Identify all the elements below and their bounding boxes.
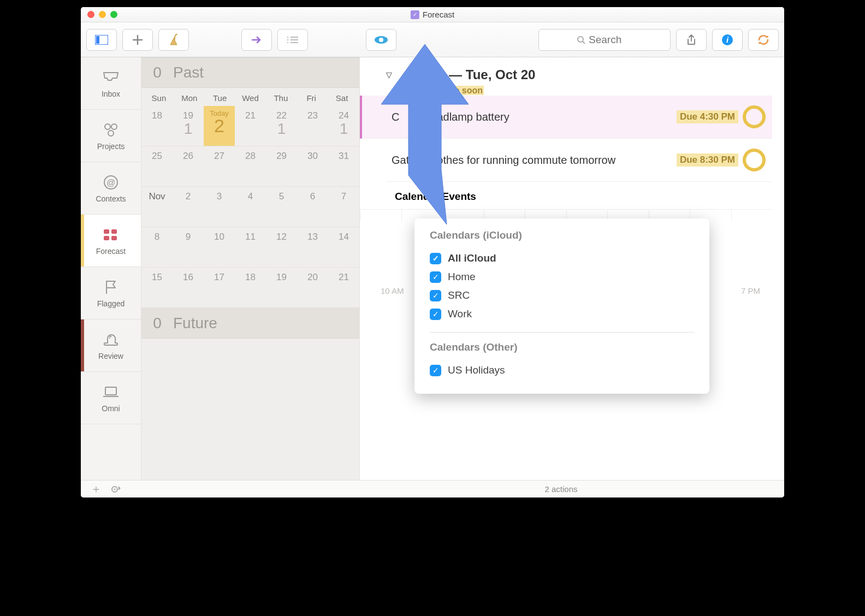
due-badge: Due 4:30 PM [677, 110, 738, 123]
sidebar-label: Flagged [97, 299, 125, 308]
past-label: Past [173, 64, 204, 81]
broom-icon [168, 34, 180, 46]
task-title: Gathxx clothes for running commute tomor… [392, 154, 677, 167]
checkbox-icon: ✓ [430, 271, 441, 283]
list-view-button[interactable] [277, 29, 308, 51]
day-cell[interactable]: 4 [235, 187, 266, 227]
day-cell[interactable]: 241 [328, 106, 359, 146]
day-cell[interactable]: 7 [328, 187, 359, 227]
sidebar-item-projects[interactable]: Projects [81, 110, 141, 162]
future-label: Future [173, 315, 217, 332]
future-row[interactable]: 0 Future [141, 308, 359, 339]
gear-menu-button[interactable] [110, 485, 122, 494]
sidebar-item-review[interactable]: Review [81, 319, 141, 372]
day-cell[interactable]: 16 [173, 268, 204, 308]
day-cell[interactable]: 221 [266, 106, 297, 146]
day-cell[interactable]: 18 [141, 106, 173, 146]
plus-icon [132, 34, 143, 45]
day-cell[interactable]: 21 [235, 106, 266, 146]
sidebar-item-inbox[interactable]: Inbox [81, 57, 141, 110]
app-icon: ✓ [411, 10, 419, 19]
day-cell[interactable]: 3 [204, 187, 235, 227]
inbox-icon [102, 69, 120, 86]
svg-rect-23 [111, 236, 117, 240]
calendar-checkbox-row[interactable]: ✓Work [430, 305, 694, 323]
task-checkbox[interactable] [743, 105, 766, 128]
disclosure-triangle-icon[interactable]: ▽ [386, 70, 392, 79]
task-checkbox[interactable] [743, 149, 766, 171]
add-perspective-button[interactable]: ＋ [91, 482, 102, 496]
view-options-button[interactable] [366, 29, 396, 51]
share-button[interactable] [676, 29, 707, 51]
minimize-window-button[interactable] [99, 11, 106, 18]
calendar-picker-popover: Calendars (iCloud) ✓All iCloud ✓Home ✓SR… [414, 218, 709, 394]
task-row[interactable]: Cxxxe headlamp battery Due 4:30 PM [360, 96, 772, 139]
calendar-checkbox-row[interactable]: ✓Home [430, 268, 694, 286]
forecast-icon [103, 226, 119, 244]
calendar-checkbox-row[interactable]: ✓US Holidays [430, 361, 694, 380]
day-cell[interactable]: 25 [141, 146, 173, 187]
close-window-button[interactable] [87, 11, 94, 18]
day-cell[interactable]: 12 [266, 227, 297, 268]
projects-icon [103, 121, 119, 139]
toggle-sidebar-button[interactable] [86, 29, 117, 51]
sidebar-label: Projects [97, 142, 125, 151]
day-cell[interactable]: 10 [204, 227, 235, 268]
sidebar-label: Review [98, 352, 123, 360]
status-text: 2 actions [360, 484, 762, 494]
day-cell[interactable]: 31 [328, 146, 359, 187]
sidebar-item-contexts[interactable]: @ Contexts [81, 162, 141, 215]
sync-button[interactable] [748, 29, 779, 51]
day-cell-today[interactable]: Today2 [204, 106, 235, 146]
past-count: 0 [141, 64, 173, 81]
past-row[interactable]: 0 Past [141, 57, 359, 88]
calendar-checkbox-row[interactable]: ✓All iCloud [430, 249, 694, 268]
sidebar-icon [95, 35, 108, 45]
day-cell[interactable]: 15 [141, 268, 173, 308]
day-cell[interactable]: 11 [235, 227, 266, 268]
sidebar-item-omni[interactable]: Omni [81, 372, 141, 424]
day-cell[interactable]: 8 [141, 227, 173, 268]
day-cell[interactable]: 191 [173, 106, 204, 146]
window-controls [81, 11, 117, 18]
svg-rect-24 [105, 387, 116, 395]
eye-icon [374, 35, 389, 45]
due-soon-badge: 2 due soon [436, 86, 484, 95]
cleanup-button[interactable] [158, 29, 189, 51]
checkbox-icon: ✓ [430, 253, 441, 264]
day-cell[interactable]: 20 [297, 268, 328, 308]
day-cell[interactable]: 2 [173, 187, 204, 227]
day-cell[interactable]: 30 [297, 146, 328, 187]
day-cell[interactable]: 13 [297, 227, 328, 268]
day-cell[interactable]: 9 [173, 227, 204, 268]
day-cell[interactable]: 29 [266, 146, 297, 187]
day-cell[interactable]: Nov [141, 187, 173, 227]
day-cell[interactable]: 14 [328, 227, 359, 268]
search-field[interactable] [538, 29, 671, 51]
day-cell[interactable]: 26 [173, 146, 204, 187]
add-button[interactable] [122, 29, 153, 51]
checkbox-icon: ✓ [430, 290, 441, 301]
inspector-button[interactable]: i [712, 29, 743, 51]
sidebar-item-forecast[interactable]: Forecast [81, 215, 141, 267]
day-cell[interactable]: 19 [266, 268, 297, 308]
day-cell[interactable]: 27 [204, 146, 235, 187]
day-cell[interactable]: 18 [235, 268, 266, 308]
sidebar-label: Inbox [102, 90, 120, 98]
calendar-checkbox-row[interactable]: ✓SRC [430, 286, 694, 305]
content-heading: ▽ xxxxxx — Tue, Oct 20 [386, 67, 772, 82]
day-cell[interactable]: 28 [235, 146, 266, 187]
search-input[interactable] [589, 34, 632, 46]
svg-rect-20 [104, 229, 109, 234]
day-cell[interactable]: 5 [266, 187, 297, 227]
quick-open-button[interactable] [241, 29, 272, 51]
task-row[interactable]: Gathxx clothes for running commute tomor… [386, 139, 772, 182]
svg-rect-22 [104, 236, 109, 240]
svg-point-17 [108, 131, 114, 136]
day-cell[interactable]: 23 [297, 106, 328, 146]
day-cell[interactable]: 17 [204, 268, 235, 308]
day-cell[interactable]: 6 [297, 187, 328, 227]
sidebar-item-flagged[interactable]: Flagged [81, 267, 141, 319]
zoom-window-button[interactable] [110, 11, 117, 18]
day-cell[interactable]: 21 [328, 268, 359, 308]
